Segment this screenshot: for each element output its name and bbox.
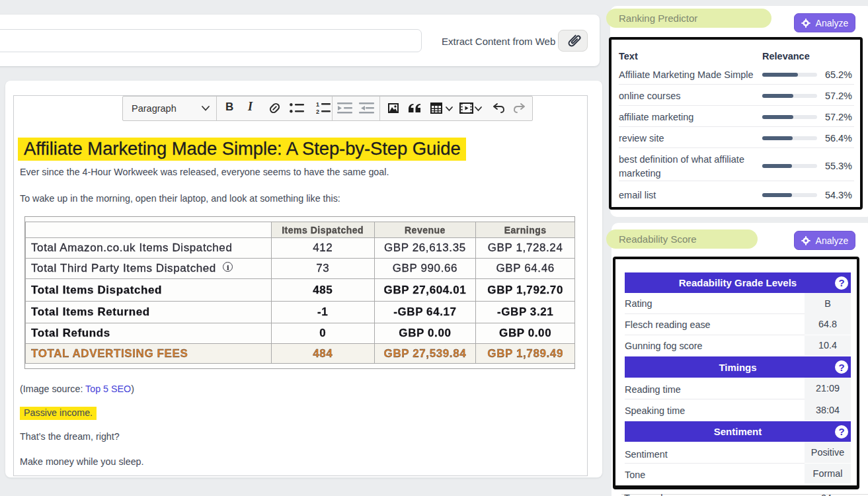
svg-text:1: 1 bbox=[316, 101, 319, 108]
svg-text:2: 2 bbox=[316, 108, 319, 115]
